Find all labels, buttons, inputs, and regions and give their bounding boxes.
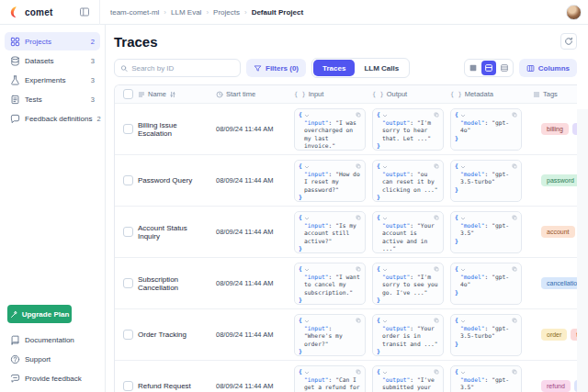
copy-button[interactable] [356, 369, 361, 375]
select-all-checkbox[interactable] [123, 89, 133, 99]
filters-button[interactable]: Filters (0) [246, 59, 306, 77]
chevron-down-icon[interactable] [460, 164, 466, 170]
sidebar-footer-item-support[interactable]: Support [5, 350, 100, 368]
chevron-down-icon[interactable] [304, 267, 310, 273]
copy-icon[interactable] [356, 318, 361, 323]
copy-icon[interactable] [356, 266, 361, 272]
row-checkbox[interactable] [123, 175, 133, 185]
tag-password[interactable]: password [541, 174, 577, 186]
chevron-down-icon[interactable] [460, 319, 466, 324]
output-json-cell[interactable]: {"output": "Your order is in transit and… [372, 314, 444, 356]
expand-chevron[interactable] [382, 164, 388, 170]
copy-button[interactable] [434, 369, 439, 375]
expand-chevron[interactable] [382, 267, 388, 273]
copy-icon[interactable] [434, 369, 439, 375]
copy-button[interactable] [512, 163, 517, 169]
breadcrumb-item[interactable]: Default Project [252, 8, 303, 17]
copy-icon[interactable] [512, 318, 517, 323]
copy-button[interactable] [356, 215, 361, 220]
sidebar-toggle-button[interactable] [79, 6, 92, 18]
comet-logo[interactable]: comet [0, 6, 74, 18]
columns-button[interactable]: Columns [519, 59, 577, 77]
expand-chevron[interactable] [460, 267, 466, 273]
avatar[interactable] [566, 5, 582, 20]
column-header-output[interactable]: { } Output [372, 90, 450, 98]
expand-chevron[interactable] [382, 113, 388, 118]
expand-chevron[interactable] [382, 370, 388, 375]
output-json-cell[interactable]: {"output": "I've submitted your refund r… [372, 365, 444, 392]
expand-chevron[interactable] [304, 216, 310, 221]
copy-icon[interactable] [434, 112, 439, 118]
output-json-cell[interactable]: {"output": "ou can reset it by clicking … [372, 160, 444, 202]
copy-button[interactable] [356, 266, 361, 272]
chevron-down-icon[interactable] [460, 267, 466, 273]
copy-button[interactable] [434, 215, 439, 220]
chevron-down-icon[interactable] [382, 370, 388, 375]
table-row[interactable]: Password Query08/09/24 11:44 AM{"input":… [115, 155, 577, 207]
trace-name[interactable]: Password Query [138, 176, 216, 185]
density-large-button[interactable] [497, 61, 512, 75]
chevron-down-icon[interactable] [460, 113, 466, 118]
metadata-json-cell[interactable]: {"model": "gpt-3.5-turbo"} [450, 314, 522, 356]
trace-name[interactable]: Billing Issue Escalation [138, 121, 216, 138]
expand-chevron[interactable] [460, 164, 466, 170]
sort-icon[interactable] [169, 91, 176, 98]
input-json-cell[interactable]: {"input": "Is my account still active?"} [294, 211, 366, 253]
tag-cancellation[interactable]: cancellation [541, 277, 577, 289]
output-json-cell[interactable]: {"output": "Your account is active and i… [372, 211, 444, 253]
input-json-cell[interactable]: {"input": "I was overcharged on my last … [294, 108, 366, 151]
column-header-tags[interactable]: Tags [533, 90, 577, 98]
copy-button[interactable] [356, 318, 361, 323]
sidebar-item-datasets[interactable]: Datasets3 [5, 51, 100, 70]
input-json-cell[interactable]: {"input": "Where's my order?"} [294, 314, 366, 356]
expand-chevron[interactable] [460, 216, 466, 221]
search-input[interactable] [131, 64, 234, 73]
expand-chevron[interactable] [304, 164, 310, 170]
output-json-cell[interactable]: {"output": "I'm sorry to hear that. Let … [372, 108, 444, 151]
breadcrumb-item[interactable]: team-comet-ml [110, 8, 159, 17]
sidebar-footer-item-documentation[interactable]: Documentation [5, 330, 100, 349]
row-checkbox[interactable] [123, 330, 133, 340]
copy-button[interactable] [434, 163, 439, 169]
copy-icon[interactable] [434, 266, 439, 272]
row-checkbox[interactable] [123, 381, 133, 391]
expand-chevron[interactable] [304, 370, 310, 375]
expand-chevron[interactable] [382, 216, 388, 221]
expand-chevron[interactable] [304, 267, 310, 273]
sidebar-item-experiments[interactable]: Experiments3 [5, 71, 100, 89]
expand-chevron[interactable] [304, 113, 310, 118]
copy-button[interactable] [512, 369, 517, 375]
trace-name[interactable]: Account Status Inquiry [138, 224, 216, 241]
copy-icon[interactable] [356, 215, 361, 220]
tag-tracking[interactable]: tracking [571, 329, 577, 341]
copy-icon[interactable] [434, 163, 439, 169]
column-header-metadata[interactable]: { } Metadata [450, 90, 533, 98]
copy-button[interactable] [434, 112, 439, 118]
expand-chevron[interactable] [304, 319, 310, 324]
metadata-json-cell[interactable]: {"model": "gpt-4o"} [450, 263, 522, 305]
tab-traces[interactable]: Traces [313, 60, 355, 76]
row-checkbox[interactable] [123, 124, 133, 134]
copy-button[interactable] [356, 112, 361, 118]
sidebar-item-projects[interactable]: Projects2 [5, 32, 100, 50]
table-row[interactable]: Billing Issue Escalation08/09/24 11:44 A… [115, 104, 577, 155]
copy-icon[interactable] [512, 215, 517, 220]
density-small-button[interactable] [466, 61, 481, 75]
copy-button[interactable] [512, 112, 517, 118]
metadata-json-cell[interactable]: {"model": "gpt-3.5"} [450, 211, 522, 253]
sidebar-item-feedback-definitions[interactable]: Feedback definitions2 [5, 109, 100, 128]
chevron-down-icon[interactable] [382, 113, 388, 118]
copy-icon[interactable] [512, 163, 517, 169]
column-header-input[interactable]: { } Input [294, 90, 372, 98]
table-row[interactable]: Account Status Inquiry08/09/24 11:44 AM{… [115, 207, 577, 258]
density-medium-button[interactable] [481, 61, 496, 75]
trace-name[interactable]: Refund Request [138, 382, 216, 390]
input-json-cell[interactable]: {"input": "I want to cancel my subscript… [294, 263, 366, 305]
sidebar-footer-item-provide-feedback[interactable]: Provide feedback [5, 369, 100, 387]
copy-button[interactable] [512, 215, 517, 220]
chevron-down-icon[interactable] [304, 319, 310, 324]
copy-icon[interactable] [434, 215, 439, 220]
copy-button[interactable] [434, 266, 439, 272]
tag-account[interactable]: account [541, 226, 575, 238]
row-checkbox[interactable] [123, 227, 133, 237]
